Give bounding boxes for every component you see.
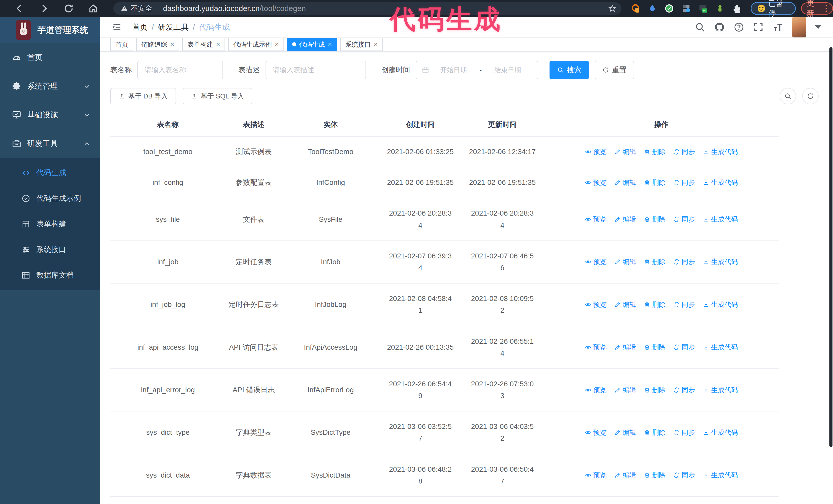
delete-link[interactable]: 删除 [644,343,666,352]
delete-link[interactable]: 删除 [644,471,666,480]
edit-link[interactable]: 编辑 [614,386,636,394]
sync-link[interactable]: 同步 [673,343,695,352]
delete-link[interactable]: 删除 [644,147,666,157]
edit-link[interactable]: 编辑 [614,257,636,266]
tab-close-icon[interactable]: × [328,41,332,48]
sync-link[interactable]: 同步 [673,428,695,437]
browser-update-button[interactable]: 更新 [801,2,833,15]
tab-close-icon[interactable]: × [275,41,279,48]
user-menu-caret-icon[interactable] [815,25,821,29]
tab-close-icon[interactable]: × [216,41,220,48]
sidebar-fold-icon[interactable] [112,22,122,32]
page-tab[interactable]: 代码生成示例 × [228,38,284,51]
sync-link[interactable]: 同步 [673,257,695,266]
sidebar-item-codegen[interactable]: 代码生成 [0,160,100,186]
sidebar-item-home[interactable]: 首页 [0,43,100,72]
date-range-picker[interactable]: 开始日期 - 结束日期 [416,61,538,79]
preview-link[interactable]: 预览 [585,343,607,352]
page-tab[interactable]: 首页 [110,38,133,51]
end-date-placeholder[interactable]: 结束日期 [483,66,532,75]
font-size-icon[interactable] [772,22,783,32]
edit-link[interactable]: 编辑 [614,215,636,224]
preview-link[interactable]: 预览 [585,471,607,480]
url-path[interactable]: /tool/codegen [260,4,306,13]
breadcrumb-dev-tools[interactable]: 研发工具 [158,22,189,32]
security-warning-label[interactable]: 不安全 [131,4,152,13]
generate-code-link[interactable]: 生成代码 [703,147,738,157]
sidebar-item-infrastructure[interactable]: 基础设施 [0,100,100,129]
edit-link[interactable]: 编辑 [614,300,636,309]
preview-link[interactable]: 预览 [585,147,607,157]
extension-blue-drop-icon[interactable] [648,4,657,13]
edit-link[interactable]: 编辑 [614,471,636,480]
app-logo-row[interactable]: 芋道管理系统 [0,17,100,43]
user-avatar[interactable] [792,17,806,38]
scrollbar[interactable] [829,47,832,447]
delete-link[interactable]: 删除 [644,178,666,187]
reload-icon[interactable] [64,3,74,14]
sync-link[interactable]: 同步 [673,386,695,394]
generate-code-link[interactable]: 生成代码 [703,257,738,266]
extension-green-figure-icon[interactable] [715,4,724,13]
url-host[interactable]: dashboard.yudao.iocoder.cn [163,4,260,13]
home-icon[interactable] [88,3,98,14]
preview-link[interactable]: 预览 [585,257,607,266]
address-bar[interactable]: 不安全 dashboard.yudao.iocoder.cn /tool/cod… [113,2,622,15]
search-icon[interactable] [695,22,705,32]
sidebar-item-system[interactable]: 系统管理 [0,72,100,100]
reset-button[interactable]: 重置 [595,61,634,79]
generate-code-link[interactable]: 生成代码 [703,386,738,394]
sidebar-item-system-api[interactable]: 系统接口 [0,237,100,263]
page-tab[interactable]: 表单构建 × [182,38,225,51]
extension-orange-icon[interactable] [631,4,640,13]
edit-link[interactable]: 编辑 [614,343,636,352]
browser-menu-icon[interactable] [826,5,827,12]
paused-extension-button[interactable]: 已暂停 [751,2,796,15]
import-db-button[interactable]: 基于 DB 导入 [110,88,176,104]
delete-link[interactable]: 删除 [644,386,666,394]
help-icon[interactable] [734,22,744,32]
delete-link[interactable]: 删除 [644,428,666,437]
delete-link[interactable]: 删除 [644,215,666,224]
breadcrumb-home[interactable]: 首页 [132,22,148,32]
generate-code-link[interactable]: 生成代码 [703,178,738,187]
generate-code-link[interactable]: 生成代码 [703,215,738,224]
sync-link[interactable]: 同步 [673,147,695,157]
delete-link[interactable]: 删除 [644,300,666,309]
preview-link[interactable]: 预览 [585,428,607,437]
sync-link[interactable]: 同步 [673,178,695,187]
fullscreen-icon[interactable] [753,22,764,32]
extension-grid-icon[interactable] [682,4,691,13]
github-icon[interactable] [714,22,725,32]
page-tab[interactable]: 代码生成 × [287,38,337,51]
security-warning-icon[interactable] [120,5,128,12]
back-icon[interactable] [14,3,25,14]
preview-link[interactable]: 预览 [585,386,607,394]
page-tab[interactable]: 系统接口 × [340,38,383,51]
page-tab[interactable]: 链路追踪 × [136,38,179,51]
start-date-placeholder[interactable]: 开始日期 [429,66,478,75]
preview-link[interactable]: 预览 [585,300,607,309]
sidebar-item-db-doc[interactable]: 数据库文档 [0,263,100,288]
sync-link[interactable]: 同步 [673,471,695,480]
generate-code-link[interactable]: 生成代码 [703,428,738,437]
toggle-search-button[interactable] [780,88,796,104]
generate-code-link[interactable]: 生成代码 [703,471,738,480]
sidebar-item-dev-tools[interactable]: 研发工具 [0,129,100,158]
preview-link[interactable]: 预览 [585,178,607,187]
bookmark-star-icon[interactable] [608,4,616,13]
table-name-input[interactable] [137,61,223,79]
preview-link[interactable]: 预览 [585,215,607,224]
sidebar-item-codegen-example[interactable]: 代码生成示例 [0,186,100,211]
tab-close-icon[interactable]: × [170,41,174,48]
sidebar-item-form-builder[interactable]: 表单构建 [0,211,100,237]
extension-on-badge-icon[interactable]: on [698,4,708,13]
import-sql-button[interactable]: 基于 SQL 导入 [183,88,253,104]
table-desc-input[interactable] [265,61,366,79]
extension-green-check-icon[interactable] [665,4,674,13]
forward-icon[interactable] [39,3,49,14]
search-button[interactable]: 搜索 [549,61,589,79]
puzzle-piece-icon[interactable] [732,4,741,13]
generate-code-link[interactable]: 生成代码 [703,300,738,309]
refresh-table-button[interactable] [802,88,819,104]
